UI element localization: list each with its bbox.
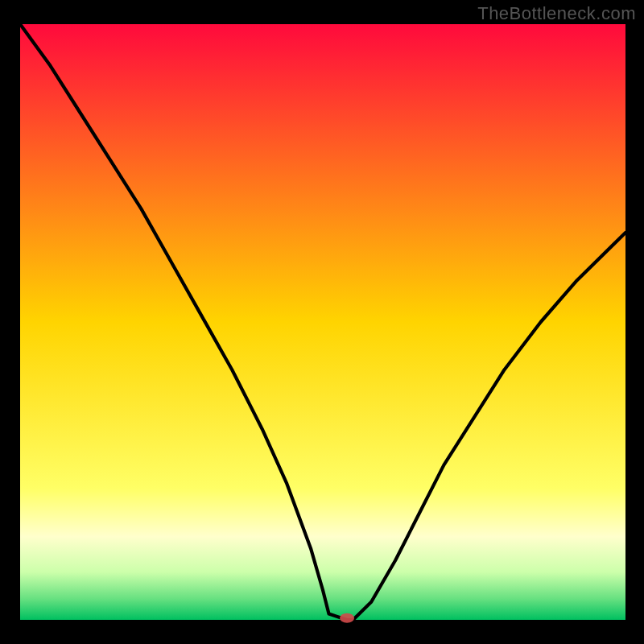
chart-svg [0,0,644,644]
chart-stage: TheBottleneck.com [0,0,644,644]
watermark-text: TheBottleneck.com [477,3,636,24]
plot-background [20,24,625,620]
minimum-marker [340,613,354,623]
